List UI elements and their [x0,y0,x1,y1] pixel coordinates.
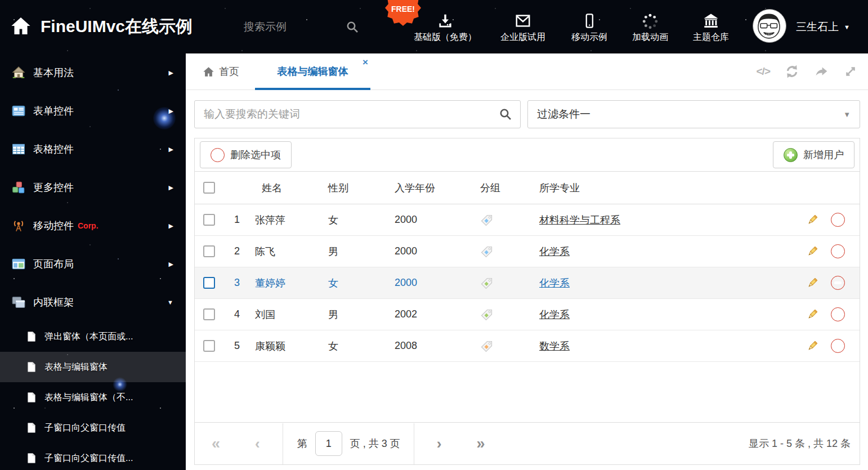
sidebar-item-label: 内联框架 [33,296,74,309]
sidebar-item-basic-usage[interactable]: 基本用法 ▶ [0,53,186,92]
row-number: 1 [223,214,240,226]
home-logo-icon[interactable] [10,15,32,37]
share-icon[interactable] [814,64,829,79]
row-checkbox[interactable] [203,277,215,289]
row-checkbox[interactable] [203,245,215,257]
keyword-placeholder: 输入要搜索的关键词 [204,107,499,122]
delete-selected-button[interactable]: 删除选中项 [200,141,292,168]
sidebar-item-grid-controls[interactable]: 表格控件 ▶ [0,130,186,168]
edit-pencil-icon[interactable] [806,245,819,258]
edit-pencil-icon[interactable] [806,213,819,226]
user-menu[interactable]: 三生石上 ▼ [796,0,850,53]
close-icon[interactable]: × [363,57,368,67]
major-link[interactable]: 数学系 [539,341,570,352]
sidebar-subitem-label: 表格与编辑窗体 [44,361,108,373]
first-page-button[interactable]: « [212,436,220,451]
column-header-gender[interactable]: 性别 [325,181,392,195]
tab-grid-edit-window[interactable]: 表格与编辑窗体 × [255,53,370,89]
antenna-icon [11,218,26,233]
search-icon[interactable] [346,20,359,34]
source-code-icon[interactable]: </> [757,64,770,79]
file-icon [26,361,37,373]
header-nav: 基础版（免费） 企业版试用 移动示例 [409,0,736,53]
nav-item-theme-store[interactable]: 主题仓库 [686,0,736,53]
nav-item-basic-free[interactable]: 基础版（免费） [409,0,482,53]
column-header-major[interactable]: 所学专业 [536,181,792,195]
next-page-button[interactable]: › [437,436,442,451]
file-icon [26,331,37,342]
cell-year: 2008 [392,340,477,352]
sidebar-subitem-grid-edit-window[interactable]: 表格与编辑窗体 [0,352,186,382]
delete-row-icon[interactable] [831,276,845,290]
expand-icon[interactable] [843,64,858,79]
chevron-right-icon: ▶ [169,146,173,153]
table-row-selected[interactable]: 3 董婷婷 女 2000 化学系 [195,267,860,299]
sidebar-subitem-grid-edit-window-2[interactable]: 表格与编辑窗体（不... [0,382,186,413]
sidebar-subitem-child-to-parent[interactable]: 子窗口向父窗口传值 [0,413,186,443]
sidebar: 基本用法 ▶ 表单控件 ▶ [0,53,186,470]
major-link[interactable]: 材料科学与工程系 [539,214,620,226]
sidebar-item-more-controls[interactable]: 更多控件 ▶ [0,168,186,207]
tab-home[interactable]: 首页 [203,53,239,89]
nav-label: 企业版试用 [500,32,545,43]
prev-page-button[interactable]: ‹ [255,436,260,451]
search-icon[interactable] [499,108,512,121]
cell-name: 刘国 [240,308,325,321]
nav-item-enterprise-trial[interactable]: 企业版试用 [492,0,554,53]
delete-row-icon[interactable] [831,244,845,258]
sidebar-subitem-label: 表格与编辑窗体（不... [44,392,133,404]
major-link[interactable]: 化学系 [539,246,570,257]
row-checkbox[interactable] [203,214,215,226]
sidebar-item-form-controls[interactable]: 表单控件 ▶ [0,92,186,130]
nav-item-loading-animation[interactable]: 加载动画 [625,0,675,53]
form-icon [11,104,26,118]
table-row[interactable]: 1 张萍萍 女 2000 材料科学与工程系 [195,204,860,236]
page-number-input[interactable] [315,431,342,456]
sidebar-item-page-layout[interactable]: 页面布局 ▶ [0,245,186,283]
home-icon [203,66,214,78]
column-header-year[interactable]: 入学年份 [392,181,477,195]
refresh-icon[interactable] [785,64,799,79]
windows-icon [11,295,26,310]
main-content: 首页 表格与编辑窗体 × </> [186,53,868,470]
grid-toolbar: 删除选中项 新增用户 [195,138,860,172]
sidebar-subitem-child-to-parent-2[interactable]: 子窗口向父窗口传值... [0,443,186,470]
delete-row-icon[interactable] [831,213,845,227]
cell-group [477,308,536,321]
user-avatar[interactable] [753,9,786,43]
delete-row-icon[interactable] [831,339,845,353]
sidebar-item-label: 表单控件 [33,104,74,118]
add-user-button[interactable]: 新增用户 [773,141,854,168]
table-empty-area [195,362,860,422]
edit-pencil-icon[interactable] [806,308,819,321]
header-search[interactable]: 搜索示例 [244,0,359,53]
delete-row-icon[interactable] [831,307,845,321]
nav-item-mobile-demo[interactable]: 移动示例 [564,0,615,53]
sidebar-subitem-popup-window[interactable]: 弹出窗体（本页面或... [0,321,186,352]
envelope-icon [514,10,531,29]
column-header-group[interactable]: 分组 [477,181,536,195]
row-checkbox[interactable] [203,308,215,320]
cell-year: 2000 [392,277,477,289]
cubes-icon [11,180,26,195]
column-header-name[interactable]: 姓名 [240,181,325,195]
spinner-icon [642,10,658,29]
row-checkbox[interactable] [203,340,215,352]
table-row[interactable]: 2 陈飞 男 2000 化学系 [195,236,860,267]
tag-icon [480,340,493,352]
sidebar-item-mobile-controls[interactable]: 移动控件 Corp. ▶ [0,207,186,245]
chevron-right-icon: ▶ [169,222,173,230]
edit-pencil-icon[interactable] [806,339,819,352]
major-link[interactable]: 化学系 [539,309,570,320]
keyword-search-input[interactable]: 输入要搜索的关键词 [194,100,521,128]
table-row[interactable]: 5 康颖颖 女 2008 数学系 [195,330,860,362]
last-page-button[interactable]: » [476,436,485,451]
sidebar-item-iframe[interactable]: 内联框架 ▼ [0,283,186,321]
edit-pencil-icon[interactable] [806,276,819,289]
major-link[interactable]: 化学系 [539,277,570,289]
app-title: FineUIMvc在线示例 [41,0,193,53]
filter-condition-dropdown[interactable]: 过滤条件一 ▼ [527,100,860,128]
sidebar-item-label: 基本用法 [33,66,74,79]
table-row[interactable]: 4 刘国 男 2002 化学系 [195,299,860,330]
select-all-checkbox[interactable] [203,182,215,194]
